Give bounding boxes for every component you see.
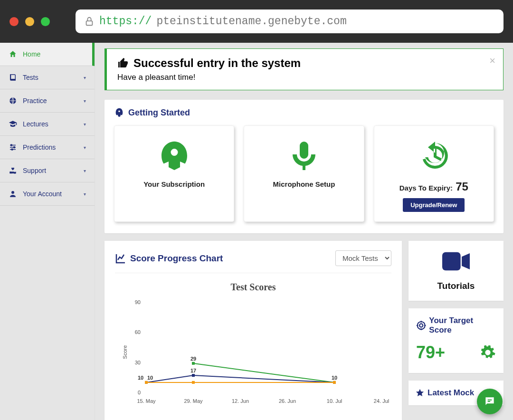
window-minimize-icon[interactable]: [25, 17, 34, 26]
svg-text:Score: Score: [122, 345, 128, 359]
home-icon: [9, 50, 17, 58]
svg-rect-20: [192, 374, 195, 377]
book-icon: [9, 73, 17, 82]
svg-text:15. May: 15. May: [137, 398, 156, 404]
target-icon: [416, 320, 426, 331]
chart-plot: 0306090Score15. May29. May12. Jun26. Jun…: [115, 297, 391, 407]
hand-heart-icon: [9, 166, 17, 175]
chevron-down-icon: ▾: [84, 75, 86, 80]
svg-point-5: [11, 191, 14, 194]
svg-text:10. Jul: 10. Jul: [327, 398, 342, 404]
url-protocol: https://: [99, 15, 152, 28]
tutorials-card[interactable]: Tutorials: [408, 241, 504, 301]
sidebar-item-tests[interactable]: Tests ▾: [0, 66, 95, 89]
sidebar-item-label: Support: [23, 167, 46, 174]
window-close-icon[interactable]: [10, 17, 19, 26]
window-controls: [10, 17, 50, 26]
sidebar-item-lectures[interactable]: Lectures ▾: [0, 113, 95, 136]
sidebar-item-label: Lectures: [23, 120, 48, 128]
sidebar-item-predictions[interactable]: Predictions ▾: [0, 136, 95, 159]
user-icon: [9, 190, 17, 198]
getting-started-panel: Getting Started Your Subscription Microp…: [104, 100, 504, 233]
svg-text:90: 90: [135, 299, 141, 305]
getting-started-heading: Getting Started: [128, 108, 190, 118]
svg-point-2: [11, 144, 12, 146]
subscription-label: Your Subscription: [119, 180, 229, 188]
chevron-down-icon: ▾: [84, 168, 86, 173]
sidebar-item-label: Your Account: [23, 190, 62, 198]
thumbs-up-icon: [117, 57, 129, 69]
rocket-icon: [114, 107, 124, 118]
main-content: × Successful entry in the system Have a …: [95, 43, 513, 420]
sidebar-item-account[interactable]: Your Account ▾: [0, 182, 95, 206]
chevron-down-icon: ▾: [84, 98, 86, 104]
sidebar-item-practice[interactable]: Practice ▾: [0, 89, 95, 113]
sidebar-item-home[interactable]: Home: [0, 43, 95, 66]
subscription-card[interactable]: Your Subscription: [114, 125, 234, 222]
expiry-card: Days To Expiry: 75 Upgrade/Renew: [374, 125, 494, 222]
browser-chrome: https://pteinstitutename.genebyte.com: [0, 0, 513, 43]
url-host: pteinstitutename.genebyte.com: [156, 15, 346, 28]
chart-heading: Score Progress Chart: [130, 253, 223, 264]
svg-text:60: 60: [135, 329, 141, 335]
sidebar-item-label: Tests: [23, 74, 38, 81]
target-heading: Your Target Score: [429, 316, 496, 335]
tutorials-label: Tutorials: [416, 281, 496, 291]
sidebar-item-label: Predictions: [23, 143, 56, 151]
svg-text:30: 30: [135, 360, 141, 365]
svg-text:10: 10: [147, 375, 153, 381]
svg-text:26. Jun: 26. Jun: [279, 398, 296, 404]
expiry-value: 75: [456, 180, 468, 193]
svg-text:29: 29: [190, 356, 196, 362]
svg-point-31: [418, 322, 425, 329]
globe-icon: [9, 96, 17, 105]
chat-fab[interactable]: [477, 389, 503, 414]
sidebar: Home Tests ▾ Practice ▾ Lectures ▾ Predi…: [0, 43, 95, 420]
chevron-down-icon: ▾: [84, 145, 86, 150]
svg-text:24. Jul: 24. Jul: [374, 398, 389, 404]
chevron-down-icon: ▾: [84, 191, 86, 197]
chart-type-select[interactable]: Mock Tests: [335, 250, 391, 266]
graduation-cap-icon: [9, 120, 17, 128]
window-maximize-icon[interactable]: [41, 17, 50, 26]
score-chart-panel: Score Progress Chart Mock Tests Test Sco…: [104, 241, 402, 420]
chevron-down-icon: ▾: [84, 122, 86, 127]
target-score-value: 79+: [416, 343, 445, 363]
lock-icon: [84, 16, 95, 27]
star-icon: [415, 388, 425, 398]
svg-text:17: 17: [190, 368, 196, 373]
svg-text:10: 10: [138, 375, 143, 381]
svg-text:12. Jun: 12. Jun: [232, 398, 249, 404]
svg-rect-17: [192, 362, 195, 365]
svg-text:29. May: 29. May: [184, 398, 203, 404]
svg-point-32: [419, 324, 423, 327]
rocket-large-icon: [119, 134, 229, 177]
microphone-label: Microphone Setup: [249, 180, 359, 188]
latest-mock-label: Latest Mock: [428, 388, 474, 398]
history-icon: [379, 134, 489, 177]
expiry-label: Days To Expiry: 75: [379, 180, 489, 193]
line-chart-icon: [115, 253, 126, 264]
sidebar-item-label: Practice: [23, 97, 47, 105]
sidebar-item-support[interactable]: Support ▾: [0, 159, 95, 182]
close-alert-button[interactable]: ×: [489, 55, 495, 67]
svg-point-4: [11, 149, 13, 150]
expiry-text: Days To Expiry:: [399, 184, 453, 192]
sliders-icon: [9, 143, 17, 152]
gear-icon[interactable]: [480, 344, 496, 361]
svg-rect-30: [442, 252, 461, 271]
upgrade-renew-button[interactable]: Upgrade/Renew: [403, 198, 465, 212]
alert-subtitle: Have a pleasant time!: [117, 73, 493, 82]
url-bar[interactable]: https://pteinstitutename.genebyte.com: [76, 10, 504, 33]
svg-rect-22: [145, 381, 148, 384]
svg-rect-0: [86, 21, 93, 25]
target-score-card: Your Target Score 79+: [408, 308, 504, 373]
svg-rect-24: [333, 381, 336, 384]
svg-point-3: [14, 147, 15, 148]
chat-icon: [484, 395, 496, 408]
svg-rect-23: [192, 381, 195, 384]
microphone-icon: [249, 134, 359, 177]
microphone-card[interactable]: Microphone Setup: [244, 125, 364, 222]
svg-text:10: 10: [332, 375, 337, 381]
sidebar-item-label: Home: [23, 50, 40, 58]
